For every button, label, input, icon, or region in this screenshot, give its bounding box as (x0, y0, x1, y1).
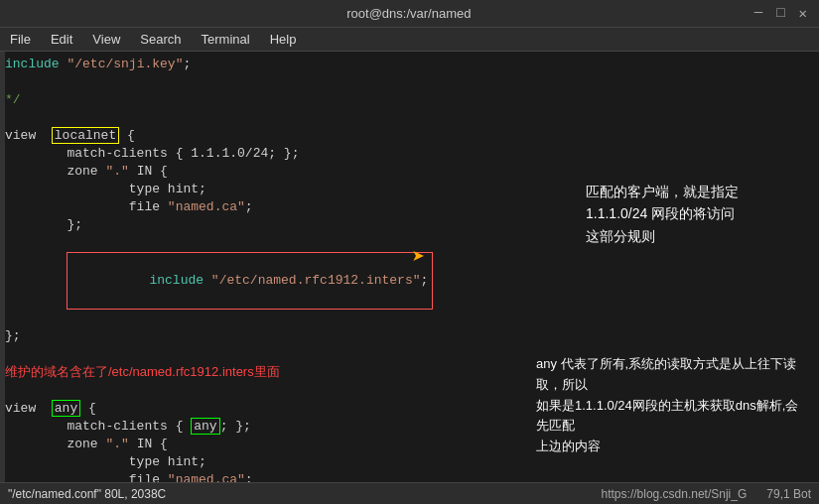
any-box: any (52, 400, 80, 417)
window-controls: ─ □ ✕ (751, 5, 811, 22)
minimize-button[interactable]: ─ (751, 5, 766, 22)
code-line-view-localnet: view localnet { (5, 127, 581, 145)
status-position: 79,1 Bot (766, 487, 811, 501)
code-line-zone2: zone "." IN { (5, 436, 581, 453)
menu-terminal[interactable]: Terminal (198, 32, 254, 47)
code-line-match2: match-clients { any; }; (5, 418, 581, 436)
localnet-box: localnet (52, 127, 119, 144)
status-bar: "/etc/named.conf" 80L, 2038C https://blo… (0, 482, 819, 504)
code-line-type1: type hint; (5, 181, 581, 198)
watermark-link: https://blog.csdn.net/Snji_G (602, 487, 748, 501)
code-line-file2: file "named.ca"; (5, 471, 581, 482)
code-line-close1: }; (5, 216, 581, 234)
window-title: root@dns:/var/named (68, 6, 751, 21)
code-line-close2: }; (5, 327, 581, 345)
annotation-block-1: 匹配的客户端，就是指定 1.1.1.0/24 网段的将访问 这部分规则 (586, 181, 804, 247)
title-bar: root@dns:/var/named ─ □ ✕ (0, 0, 819, 28)
code-line-comment: */ (5, 91, 581, 109)
code-line-blank1 (5, 73, 581, 91)
code-line-zone1: zone "." IN { (5, 163, 581, 181)
kw-include-1: include (5, 57, 60, 71)
menu-search[interactable]: Search (136, 32, 185, 47)
menu-bar: File Edit View Search Terminal Help (0, 28, 819, 52)
code-line-blank3 (5, 345, 581, 363)
maximize-button[interactable]: □ (772, 5, 788, 22)
arrow-1: ➤ (412, 244, 425, 271)
menu-help[interactable]: Help (266, 32, 301, 47)
code-line-file1: file "named.ca"; (5, 198, 581, 216)
menu-file[interactable]: File (6, 32, 35, 47)
code-line-blank4 (5, 382, 581, 400)
code-line-blank2 (5, 109, 581, 127)
code-line-1: include "/etc/snji.key"; (5, 56, 581, 73)
code-pane[interactable]: include "/etc/snji.key"; */ view localne… (5, 52, 581, 482)
code-line-include-inters: include "/etc/named.rfc1912.inters"; (5, 234, 581, 327)
code-line-match1: match-clients { 1.1.1.0/24; }; (5, 145, 581, 163)
code-line-red-annotation: 维护的域名含在了/etc/named.rfc1912.inters里面 (5, 363, 581, 382)
any-inner-box: any (191, 418, 219, 435)
close-button[interactable]: ✕ (795, 5, 811, 22)
annotation-block-2: any 代表了所有,系统的读取方式是从上往下读取，所以 如果是1.1.1.0/2… (536, 354, 804, 457)
menu-view[interactable]: View (88, 32, 124, 47)
code-line-type2: type hint; (5, 453, 581, 471)
code-line-view-any: view any { (5, 400, 581, 418)
status-file-info: "/etc/named.conf" 80L, 2038C (8, 487, 166, 501)
menu-edit[interactable]: Edit (47, 32, 76, 47)
editor-area: include "/etc/snji.key"; */ view localne… (0, 52, 819, 482)
include-inters-box: include "/etc/named.rfc1912.inters"; (67, 252, 433, 310)
